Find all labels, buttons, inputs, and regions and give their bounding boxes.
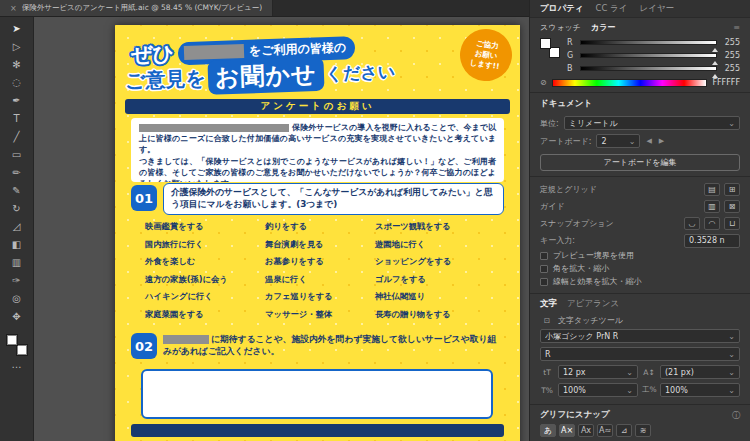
hand-tool[interactable]: ✥ [5,308,29,326]
document-section-title: ドキュメント [540,98,740,110]
survey-option: 外食を楽しむ [145,256,265,274]
checkbox-label: 角を拡大・縮小 [553,263,609,274]
survey-option: 遠方の家族(孫)に会う [145,274,265,292]
pen-tool[interactable]: ✒ [5,92,29,110]
survey-section-title: アンケートのお願い [125,99,510,114]
lasso-tool[interactable]: ◌ [5,74,29,92]
font-style-select[interactable]: R ⌄ [540,347,740,361]
hex-value[interactable]: FFFFFF [712,78,740,87]
glyph-snap-panel: グリフにスナップ ⓘ あ A× Ax A≈ ⊿ ≋ [530,405,750,441]
glyph-snap-angle-icon[interactable]: ⊿ [616,424,632,437]
chevron-down-icon: ⌄ [629,137,636,146]
glyph-snap-cap-icon[interactable]: Ax [578,424,594,437]
snap-to-grid-icon[interactable]: ◡ [684,217,700,230]
pencil-tool[interactable]: ✎ [5,182,29,200]
scale-tool[interactable]: ◿ [5,218,29,236]
next-artboard-button[interactable]: ▶ [658,137,665,145]
shape-builder-tool[interactable]: ◧ [5,236,29,254]
eyedropper-tool[interactable]: ✑ [5,272,29,290]
font-family-select[interactable]: 小塚ゴシック PrN R ⌄ [540,329,740,343]
zoom-tool-icon: ◎ [12,294,21,304]
green-slider[interactable] [580,53,717,58]
keyboard-increment-field[interactable]: 0.3528 n [684,234,740,248]
fill-stroke-proxy[interactable] [6,334,28,356]
previous-artboard-button[interactable]: ◀ [645,137,652,145]
font-size-icon: tT [540,368,554,377]
touch-type-tool-button[interactable]: ⊡ 文字タッチツール [540,313,740,327]
paintbrush-tool[interactable]: ✏ [5,164,29,182]
artboard-flyer[interactable]: ぜひ をご利用の皆様の ご協力 お願い します!! ご意見を お聞かせ ください… [115,25,520,441]
appearance-section-title[interactable]: アピアランス [567,298,619,310]
survey-option: 国内旅行に行く [145,239,265,257]
lock-guides-icon[interactable]: ⊠ [724,200,740,213]
survey-option: スポーツ観戦をする [375,221,503,239]
vertical-scale-field[interactable]: 100% ⌄ [660,383,740,397]
document-panel: ドキュメント 単位: ミリメートル ⌄ アートボード: 2 ⌄ ◀ ▶ アートボ… [530,93,750,177]
glyph-snap-guide-icon[interactable]: ≋ [635,424,651,437]
pen-tool-icon: ✒ [12,96,20,106]
toolbar-overflow-button[interactable]: … [5,356,29,374]
selection-tool[interactable]: ➤ [5,20,29,38]
use-preview-bounds-checkbox-row: プレビュー境界を使用 [540,249,740,262]
close-tab-icon[interactable]: × [10,4,17,13]
font-size-field[interactable]: 12 px ⌄ [558,365,638,379]
direct-selection-tool[interactable]: ▷ [5,38,29,56]
tab-properties[interactable]: プロパティ [540,3,584,15]
document-tab[interactable]: × 保険外サービスのアンケート用紙.aic @ 58.45 % (CMYK/プレ… [0,0,273,16]
horizontal-scale-field[interactable]: 100% ⌄ [558,383,638,397]
zoom-tool[interactable]: ◎ [5,290,29,308]
magic-wand-tool[interactable]: ✻ [5,56,29,74]
question2-number: 02 [131,333,157,359]
horizontal-scale-icon: T% [540,386,554,395]
checkbox[interactable] [540,278,548,286]
info-icon[interactable]: ⓘ [732,410,740,421]
tab-swatches[interactable]: スウォッチ [540,22,581,33]
rotate-tool[interactable]: ↻ [5,200,29,218]
blue-value[interactable]: 255 [722,64,740,73]
shape-builder-tool-icon: ◧ [12,240,21,250]
gradient-tool[interactable]: ▥ [5,254,29,272]
glyph-snap-proximity-icon[interactable]: A≈ [597,424,613,437]
tab-color[interactable]: カラー [591,22,615,33]
scale-strokes-effects-checkbox-row: 線幅と効果を拡大・縮小 [540,275,740,288]
grid-toggle-icon[interactable]: ⊞ [724,183,740,196]
red-value[interactable]: 255 [722,38,740,47]
document-options-panel: 定規とグリッド ▤ ⊞ ガイド ▥ ⊠ スナップオプション ◡ ◠ ⊔ キー入力… [530,177,750,294]
color-proxy[interactable] [540,38,560,58]
tab-cc-libraries[interactable]: CC ライ [596,3,628,15]
none-color-icon[interactable]: ⊘ [540,78,547,87]
pasteboard[interactable]: ぜひ をご利用の皆様の ご協力 お願い します!! ご意見を お聞かせ ください… [34,17,529,441]
line-segment-tool[interactable]: ╱ [5,128,29,146]
snap-to-pixel-icon[interactable]: ⊔ [724,217,740,230]
redacted-intro-text [139,124,289,132]
show-guides-icon[interactable]: ▥ [704,200,720,213]
panel-dock: プロパティ CC ライ レイヤー スウォッチ カラー ≡ R 255 [529,0,750,441]
leading-icon: A↕ [642,368,656,377]
free-answer-box [141,369,493,419]
magic-wand-tool-icon: ✻ [12,60,20,70]
rectangle-tool[interactable]: ▭ [5,146,29,164]
panel-menu-icon[interactable]: ≡ [733,23,740,32]
type-tool[interactable]: T [5,110,29,128]
fill-color-swatch[interactable] [6,334,18,346]
units-select[interactable]: ミリメートル ⌄ [564,116,740,130]
red-slider[interactable] [580,40,717,45]
snap-to-point-icon[interactable]: ◠ [704,217,720,230]
edit-artboards-button[interactable]: アートボードを編集 [540,154,740,171]
redacted-company-name [184,44,244,60]
glyph-snap-baseline-icon[interactable]: あ [540,424,556,437]
artboard-select[interactable]: 2 ⌄ [596,134,640,148]
rulers-grid-label: 定規とグリッド [540,184,700,195]
green-value[interactable]: 255 [722,51,740,60]
checkbox[interactable] [540,252,548,260]
survey-option: 長寿の贈り物をする [375,309,503,327]
tab-layers[interactable]: レイヤー [639,3,674,15]
chevron-down-icon: ⌄ [728,386,735,395]
blue-slider[interactable] [580,66,717,71]
ruler-toggle-icon[interactable]: ▤ [704,183,720,196]
color-spectrum-bar[interactable] [552,79,708,87]
leading-field[interactable]: (21 px) ⌄ [660,365,740,379]
fill-proxy-swatch[interactable] [540,38,551,49]
checkbox[interactable] [540,265,548,273]
glyph-snap-xheight-icon[interactable]: A× [559,424,575,437]
